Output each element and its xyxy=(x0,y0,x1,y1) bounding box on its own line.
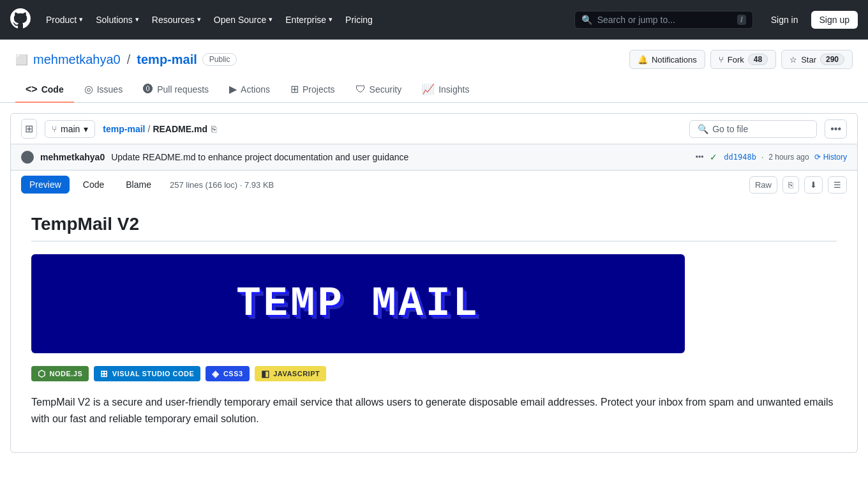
badge-javascript[interactable]: ◧ JAVASCRIPT xyxy=(255,366,327,381)
readme-body: TempMail V2 TEMP MAIL ⬡ NODE.JS ⊞ VISUAL… xyxy=(11,199,857,452)
notifications-button[interactable]: 🔔 Notifications xyxy=(629,50,705,69)
fork-icon: ⑂ xyxy=(719,55,724,65)
tab-insights[interactable]: 📈 Insights xyxy=(412,77,479,103)
code-actions-bar: Preview Code Blame 257 lines (166 loc) ·… xyxy=(10,171,858,199)
tab-security[interactable]: 🛡 Security xyxy=(345,77,412,103)
repo-icon: ⬜ xyxy=(15,54,28,66)
repo-name-link[interactable]: temp-mail xyxy=(137,52,197,67)
commit-hash-link[interactable]: dd1948b xyxy=(724,153,756,162)
star-icon: ☆ xyxy=(789,55,797,65)
list-icon: ☰ xyxy=(834,180,841,190)
badge-css3[interactable]: ◈ CSS3 xyxy=(206,366,249,381)
actions-tab-icon: ▶ xyxy=(229,83,237,95)
code-tab-view[interactable]: Code xyxy=(75,176,112,194)
nav-open-source[interactable]: Open Source ▾ xyxy=(209,11,278,29)
commit-author: mehmetkahya0 xyxy=(40,152,105,162)
branch-name: main xyxy=(61,124,80,134)
badge-vscode[interactable]: ⊞ VISUAL STUDIO CODE xyxy=(94,366,200,381)
readme-title: TempMail V2 xyxy=(31,214,837,241)
tab-projects[interactable]: ⊞ Projects xyxy=(280,77,345,103)
commit-dots: ••• xyxy=(696,153,704,162)
commit-meta: dd1948b · 2 hours ago ⟳ History xyxy=(724,153,847,162)
file-bar: ⊞ ⑂ main ▾ temp-mail / README.md ⎘ 🔍 Go … xyxy=(10,113,858,144)
svg-point-1 xyxy=(23,159,32,164)
nav-items: Product ▾ Solutions ▾ Resources ▾ Open S… xyxy=(41,11,378,29)
bell-icon: 🔔 xyxy=(638,55,648,65)
main-section: ⊞ ⑂ main ▾ temp-mail / README.md ⎘ 🔍 Go … xyxy=(0,113,868,453)
search-icon: 🔍 xyxy=(581,15,592,25)
tab-actions[interactable]: ▶ Actions xyxy=(219,77,280,103)
sidebar-toggle-button[interactable]: ⊞ xyxy=(21,119,37,139)
insights-tab-icon: 📈 xyxy=(422,83,435,95)
repo-owner-link[interactable]: mehmetkahya0 xyxy=(33,52,121,67)
fork-button[interactable]: ⑂ Fork 48 xyxy=(710,50,776,69)
star-button[interactable]: ☆ Star 290 xyxy=(781,50,853,69)
commit-row: mehmetkahya0 Update README.md to enhance… xyxy=(10,144,858,171)
solutions-chevron-icon: ▾ xyxy=(135,15,139,24)
enterprise-chevron-icon: ▾ xyxy=(329,15,333,24)
goto-file-button[interactable]: 🔍 Go to file xyxy=(689,120,817,138)
list-view-button[interactable]: ☰ xyxy=(828,176,847,194)
repo-title-row: ⬜ mehmetkahya0 / temp-mail Public 🔔 Noti… xyxy=(15,50,853,69)
projects-tab-icon: ⊞ xyxy=(290,83,299,95)
copy-icon: ⎘ xyxy=(788,180,793,190)
download-button[interactable]: ⬇ xyxy=(804,176,823,194)
badge-nodejs[interactable]: ⬡ NODE.JS xyxy=(31,366,89,381)
issues-tab-icon: ◎ xyxy=(84,83,93,95)
tab-pull-requests[interactable]: ⓿ Pull requests xyxy=(133,77,219,103)
branch-selector[interactable]: ⑂ main ▾ xyxy=(45,120,95,138)
nav-solutions[interactable]: Solutions ▾ xyxy=(91,11,144,29)
preview-tab[interactable]: Preview xyxy=(21,176,70,194)
author-avatar xyxy=(21,151,34,164)
breadcrumb: temp-mail / README.md ⎘ xyxy=(103,123,218,135)
raw-button[interactable]: Raw xyxy=(749,176,777,194)
breadcrumb-repo-link[interactable]: temp-mail xyxy=(103,124,145,134)
nav-pricing[interactable]: Pricing xyxy=(340,11,378,29)
code-tab-icon: <> xyxy=(26,84,38,95)
tab-issues[interactable]: ◎ Issues xyxy=(74,77,133,103)
product-chevron-icon: ▾ xyxy=(79,15,83,24)
signin-button[interactable]: Sign in xyxy=(763,11,806,28)
nodejs-icon: ⬡ xyxy=(38,369,46,379)
svg-point-0 xyxy=(25,153,30,158)
blame-tab[interactable]: Blame xyxy=(117,176,160,194)
github-logo-icon xyxy=(10,8,31,29)
badges-row: ⬡ NODE.JS ⊞ VISUAL STUDIO CODE ◈ CSS3 ◧ … xyxy=(31,366,837,381)
repo-actions: 🔔 Notifications ⑂ Fork 48 ☆ Star 290 xyxy=(629,50,853,69)
tab-code[interactable]: <> Code xyxy=(15,77,74,103)
branch-chevron-icon: ▾ xyxy=(84,124,88,134)
nav-product[interactable]: Product ▾ xyxy=(41,11,88,29)
nav-resources[interactable]: Resources ▾ xyxy=(147,11,206,29)
history-button[interactable]: ⟳ History xyxy=(814,153,847,162)
search-small-icon: 🔍 xyxy=(698,124,708,134)
readme-description: TempMail V2 is a secure and user-friendl… xyxy=(31,394,837,427)
search-box[interactable]: 🔍 Search or jump to... / xyxy=(574,11,753,29)
readme-banner: TEMP MAIL xyxy=(31,254,685,353)
search-shortcut: / xyxy=(737,15,745,25)
copy-raw-button[interactable]: ⎘ xyxy=(782,176,799,194)
more-options-button[interactable]: ••• xyxy=(825,119,847,139)
breadcrumb-current-file: README.md xyxy=(153,124,207,134)
history-icon: ⟳ xyxy=(814,153,821,162)
nav-enterprise[interactable]: Enterprise ▾ xyxy=(280,11,338,29)
commit-dot-sep: · xyxy=(761,153,763,162)
repo-visibility-badge: Public xyxy=(202,53,237,66)
nav-auth: Sign in Sign up xyxy=(763,11,858,29)
commit-time: 2 hours ago xyxy=(768,153,809,162)
branch-icon: ⑂ xyxy=(52,124,57,134)
star-count: 290 xyxy=(820,54,844,65)
copy-path-button[interactable]: ⎘ xyxy=(210,123,218,135)
top-navigation: Product ▾ Solutions ▾ Resources ▾ Open S… xyxy=(0,0,868,40)
signup-button[interactable]: Sign up xyxy=(811,11,858,29)
open-source-chevron-icon: ▾ xyxy=(269,15,273,24)
download-icon: ⬇ xyxy=(810,180,817,190)
github-logo-link[interactable] xyxy=(10,8,31,31)
repo-tabs: <> Code ◎ Issues ⓿ Pull requests ▶ Actio… xyxy=(15,77,853,102)
pr-tab-icon: ⓿ xyxy=(143,84,153,95)
search-placeholder: Search or jump to... xyxy=(597,15,733,25)
repo-header: ⬜ mehmetkahya0 / temp-mail Public 🔔 Noti… xyxy=(0,40,868,103)
banner-text: TEMP MAIL xyxy=(236,281,480,327)
resources-chevron-icon: ▾ xyxy=(197,15,201,24)
fork-count: 48 xyxy=(748,54,768,65)
file-stats: 257 lines (166 loc) · 7.93 KB xyxy=(170,180,274,190)
